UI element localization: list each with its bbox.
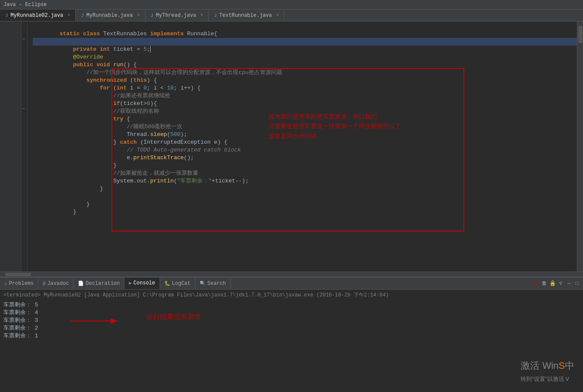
code-line: static class TextRunnables implements Ru…: [33, 22, 577, 30]
gutter-line: [0, 77, 21, 84]
gutter-line: [0, 92, 21, 100]
gutter-line: [0, 146, 21, 154]
gutter-line: [0, 38, 21, 46]
code-line: }: [33, 154, 577, 162]
problems-icon: ⚠: [4, 281, 7, 286]
tab-label: MyRunnable.java: [86, 12, 133, 19]
close-icon[interactable]: ×: [68, 13, 70, 18]
tab-label: MyRunnable02.java: [11, 12, 63, 19]
scroll-thumb[interactable]: [578, 26, 583, 43]
tab-label: Console: [133, 280, 155, 286]
tab-bar: J MyRunnable02.java × J MyRunnable.java …: [0, 9, 583, 22]
tab-mythread[interactable]: J MyThread.java ×: [145, 9, 209, 21]
bottom-toolbar-icons: ■ 🗑 🔒 ▽ — □: [533, 278, 583, 289]
code-line: public void run() {: [33, 53, 577, 61]
tab-problems[interactable]: ⚠ Problems: [0, 278, 38, 289]
tab-label: MyThread.java: [156, 12, 196, 19]
gutter-line: [0, 123, 21, 131]
gutter-line: [0, 69, 21, 77]
code-line: //假设有五张牌: [33, 30, 577, 38]
gutter-line: [0, 154, 21, 162]
code-line: try {: [33, 108, 577, 115]
bottom-tab-bar: ⚠ Problems @ Javadoc 📄 Declaration ▶ Con…: [0, 278, 583, 290]
tab-textrunnable[interactable]: J TextRunnable.java ×: [209, 9, 284, 21]
title-text: Java - Eclipse: [3, 2, 47, 8]
console-line-2: 车票剩余： 4: [3, 309, 580, 317]
search-icon: 🔍: [200, 281, 206, 286]
console-status-line: <terminated> MyRunnable02 [Java Applicat…: [3, 291, 580, 299]
gutter-line: [0, 131, 21, 139]
scroll-lock-icon[interactable]: 🔒: [549, 280, 556, 287]
view-menu-icon[interactable]: ▽: [557, 280, 564, 287]
title-bar: Java - Eclipse: [0, 0, 583, 9]
code-line: System.out.println("车票剩余："+ticket--);: [33, 170, 577, 177]
gutter-line: [0, 30, 21, 38]
gutter-line: [0, 115, 21, 123]
gutter-line: [0, 22, 21, 30]
code-line: // TODO Auto-generated catch block: [33, 139, 577, 146]
code-line: Thread.sleep(500);: [33, 123, 577, 131]
declaration-icon: 📄: [78, 281, 84, 286]
close-icon[interactable]: ×: [137, 13, 140, 18]
tab-javadoc[interactable]: @ Javadoc: [38, 278, 74, 289]
tab-label: Problems: [9, 281, 34, 287]
tab-declaration[interactable]: 📄 Declaration: [74, 278, 124, 289]
code-line: }: [33, 193, 577, 201]
tab-label: LogCat: [172, 281, 191, 287]
gutter-line: [0, 162, 21, 170]
editor-area: − − static class TextRunnables implement…: [0, 22, 583, 272]
clear-icon[interactable]: 🗑: [541, 280, 548, 287]
tab-icon-java3: J: [151, 13, 154, 18]
code-line: [33, 185, 577, 193]
fold-gutter: − −: [22, 22, 28, 272]
console-line-1: 车票剩余： 5: [3, 301, 580, 309]
tab-logcat[interactable]: 🐛 LogCat: [160, 278, 195, 289]
red-arrow: [66, 317, 126, 325]
line-gutter: [0, 22, 22, 272]
gutter-line: [0, 108, 21, 115]
code-line: e.printStackTrace();: [33, 146, 577, 154]
code-line: } catch (InterruptedException e) {: [33, 131, 577, 139]
gutter-line: [0, 216, 21, 224]
gutter-line: [0, 139, 21, 146]
tab-icon-java: J: [5, 13, 8, 18]
gutter-line: [0, 53, 21, 61]
tab-search[interactable]: 🔍 Search: [195, 278, 231, 289]
code-line: for (int i = 0; i < 10; i++) {: [33, 77, 577, 84]
tab-myrunnable02[interactable]: J MyRunnable02.java ×: [0, 9, 76, 21]
console-icon: ▶: [129, 280, 132, 286]
console-output: <terminated> MyRunnable02 [Java Applicat…: [0, 290, 583, 392]
code-line: //加一个同步代码块，这样就可以合理的分配资源，不会出现cpu抢占资源问题: [33, 61, 577, 69]
gutter-line: [0, 84, 21, 92]
code-line: //如果还有票就继续抢: [33, 84, 577, 92]
code-line: synchronized (this) {: [33, 69, 577, 77]
bottom-panel: ⚠ Problems @ Javadoc 📄 Declaration ▶ Con…: [0, 277, 583, 392]
horizontal-scrollbar[interactable]: [0, 272, 583, 277]
vertical-scrollbar[interactable]: [577, 22, 583, 272]
stop-icon[interactable]: ■: [533, 280, 540, 287]
javadoc-icon: @: [43, 281, 46, 286]
tab-myrunnable[interactable]: J MyRunnable.java ×: [76, 9, 145, 21]
gutter-line: [0, 193, 21, 201]
gutter-line: [0, 201, 21, 208]
tab-label: TextRunnable.java: [219, 12, 272, 19]
tab-console[interactable]: ▶ Console: [124, 278, 160, 289]
tab-icon-java4: J: [214, 13, 217, 18]
code-editor[interactable]: static class TextRunnables implements Ru…: [28, 22, 577, 272]
code-line: //获取线程的名称: [33, 100, 577, 108]
gutter-line: [0, 224, 21, 231]
gutter-line: [0, 177, 21, 185]
close-icon[interactable]: ×: [276, 13, 279, 18]
code-line: }: [33, 201, 577, 208]
gutter-line: [0, 208, 21, 216]
scroll-thumb-h[interactable]: [5, 273, 31, 276]
minimize-icon[interactable]: —: [565, 280, 572, 287]
close-icon[interactable]: ×: [201, 13, 203, 18]
gutter-line: [0, 170, 21, 177]
gutter-line: [0, 61, 21, 69]
console-line-4: 车票剩余： 2: [3, 324, 580, 332]
maximize-icon[interactable]: □: [574, 280, 580, 287]
code-line: private int ticket = 5;: [33, 38, 577, 46]
console-line-5: 车票剩余： 1: [3, 332, 580, 340]
tab-icon-java2: J: [81, 13, 84, 18]
